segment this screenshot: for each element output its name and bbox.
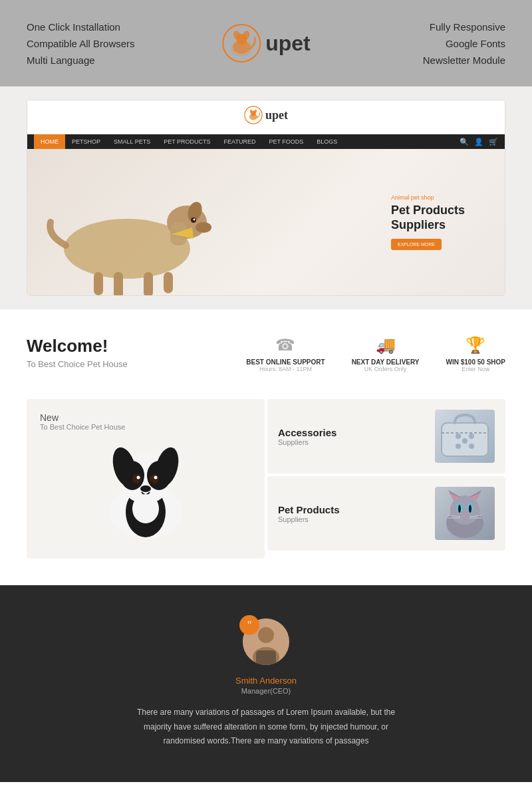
mini-nav-icons: 🔍 👤 🛒 [460, 138, 498, 146]
mini-site-header: upet [27, 100, 505, 134]
accessories-title: Accessories [278, 427, 336, 438]
quote-badge: " [239, 615, 259, 635]
mini-logo: upet [41, 106, 491, 124]
feature-support-title: BEST ONLINE SUPPORT [246, 358, 325, 366]
preview-section: upet HOME PETSHOP SMALL PETS PET PRODUCT… [0, 86, 532, 309]
mini-nav-petfoods[interactable]: PET FOODS [262, 134, 310, 149]
svg-point-40 [469, 444, 474, 449]
mini-logo-text: upet [265, 108, 288, 122]
welcome-features: ☎ BEST ONLINE SUPPORT Hours: 8AM - 11PM … [246, 336, 505, 372]
support-icon: ☎ [246, 336, 325, 354]
top-bar-left: One Click Installation Compatible All Br… [27, 21, 135, 66]
new-label: New [40, 412, 125, 423]
svg-point-39 [456, 444, 461, 449]
welcome-text: Welcome! To Best Choice Pet House [27, 336, 128, 369]
feature-win: 🏆 WIN $100 50 SHOP Enter Now [446, 336, 505, 372]
logo[interactable]: upet [221, 23, 311, 63]
mini-hero-text: Animal pet shop Pet Products Suppliers E… [391, 194, 465, 250]
svg-rect-14 [94, 272, 103, 295]
welcome-section: Welcome! To Best Choice Pet House ☎ BEST… [0, 309, 532, 399]
cat-card-main[interactable]: New To Best Choice Pet House [27, 399, 265, 559]
petproducts-title: Pet Products [278, 504, 340, 515]
preview-box: upet HOME PETSHOP SMALL PETS PET PRODUCT… [27, 100, 505, 296]
categories-section: New To Best Choice Pet House [0, 399, 532, 585]
puppy-illustration [79, 412, 212, 545]
svg-point-51 [458, 505, 461, 513]
feature-delivery: 🚚 NEXT DAY DELIVERY UK Orders Only [352, 336, 420, 372]
svg-point-38 [469, 434, 474, 439]
svg-point-37 [456, 434, 461, 439]
cart-icon[interactable]: 🛒 [489, 138, 498, 146]
svg-point-41 [462, 438, 467, 444]
welcome-title: Welcome! [27, 336, 128, 356]
accessories-image [435, 410, 495, 463]
mini-nav-petproducts[interactable]: PET PRODUCTS [157, 134, 217, 149]
hero-dog-illustration [41, 149, 227, 295]
svg-point-59 [258, 627, 274, 643]
accessories-subtitle: Suppliers [278, 438, 336, 446]
svg-point-31 [137, 476, 140, 479]
mini-nav-petshop[interactable]: PETSHOP [65, 134, 107, 149]
svg-rect-16 [144, 272, 153, 295]
svg-point-30 [150, 474, 159, 483]
feature-delivery-title: NEXT DAY DELIVERY [352, 358, 420, 366]
feature-item-4: Fully Responsive [423, 21, 505, 33]
mini-nav-smallpets[interactable]: SMALL PETS [107, 134, 157, 149]
svg-point-21 [194, 219, 196, 221]
top-bar: One Click Installation Compatible All Br… [0, 0, 532, 86]
cat-card-petproducts[interactable]: Pet Products Suppliers [267, 476, 505, 551]
testimonial-section: " Smith Anderson Manager(CEO) There are … [0, 585, 532, 782]
main-desc: To Best Choice Pet House [40, 423, 125, 431]
testimonial-text: There are many variations of passages of… [126, 706, 406, 749]
svg-point-34 [132, 494, 159, 523]
feature-support-subtitle: Hours: 8AM - 11PM [246, 366, 325, 372]
feature-item-5: Google Fonts [423, 38, 505, 49]
feature-item-6: Newsletter Module [423, 55, 505, 66]
categories-grid: New To Best Choice Pet House [27, 399, 505, 559]
user-icon[interactable]: 👤 [474, 138, 483, 146]
delivery-icon: 🚚 [352, 336, 420, 354]
testimonial-avatar-wrap: " [243, 618, 289, 665]
accessories-text: Accessories Suppliers [278, 427, 336, 446]
topcategory-section: Top Category Products CASES PETSPORT PET… [0, 782, 532, 798]
svg-rect-17 [164, 272, 173, 293]
mini-nav-blogs[interactable]: BLOGS [310, 134, 344, 149]
testimonial-role: Manager(CEO) [27, 687, 505, 695]
svg-point-32 [154, 476, 158, 479]
mini-hero: Animal pet shop Pet Products Suppliers E… [27, 149, 505, 295]
svg-rect-15 [114, 272, 123, 295]
svg-point-33 [140, 485, 151, 492]
mini-logo-icon [244, 106, 263, 124]
cat-right-column: Accessories Suppliers [267, 399, 505, 559]
feature-delivery-subtitle: UK Orders Only [352, 366, 420, 372]
search-icon[interactable]: 🔍 [460, 138, 469, 146]
feature-support: ☎ BEST ONLINE SUPPORT Hours: 8AM - 11PM [246, 336, 325, 372]
feature-win-subtitle: Enter Now [446, 366, 505, 372]
cat-card-main-text: New To Best Choice Pet House [40, 412, 125, 431]
feature-win-title: WIN $100 50 SHOP [446, 358, 505, 366]
testimonial-name: Smith Anderson [27, 676, 505, 686]
mini-nav: HOME PETSHOP SMALL PETS PET PRODUCTS FEA… [27, 134, 505, 149]
svg-rect-61 [256, 650, 276, 665]
logo-icon [221, 23, 261, 63]
svg-point-52 [469, 505, 471, 513]
feature-item-2: Compatible All Browsers [27, 38, 135, 49]
petproducts-text: Pet Products Suppliers [278, 504, 340, 523]
mini-nav-home[interactable]: HOME [34, 134, 65, 149]
petproducts-subtitle: Suppliers [278, 515, 340, 523]
win-icon: 🏆 [446, 336, 505, 354]
feature-item-1: One Click Installation [27, 21, 135, 33]
svg-point-19 [196, 222, 211, 233]
logo-text: upet [265, 31, 311, 56]
feature-item-3: Multi Language [27, 55, 135, 66]
cat-card-accessories[interactable]: Accessories Suppliers [267, 399, 505, 473]
mini-hero-h1: Pet Products Suppliers [391, 203, 465, 232]
svg-point-29 [132, 474, 142, 483]
mini-nav-featured[interactable]: FEATURED [217, 134, 263, 149]
petproducts-image [435, 487, 495, 540]
top-bar-right: Fully Responsive Google Fonts Newsletter… [423, 21, 505, 66]
mini-hero-cta[interactable]: EXPLORE MORE [391, 239, 442, 250]
mini-hero-sub: Animal pet shop [391, 194, 465, 201]
welcome-subtitle: To Best Choice Pet House [27, 359, 128, 369]
